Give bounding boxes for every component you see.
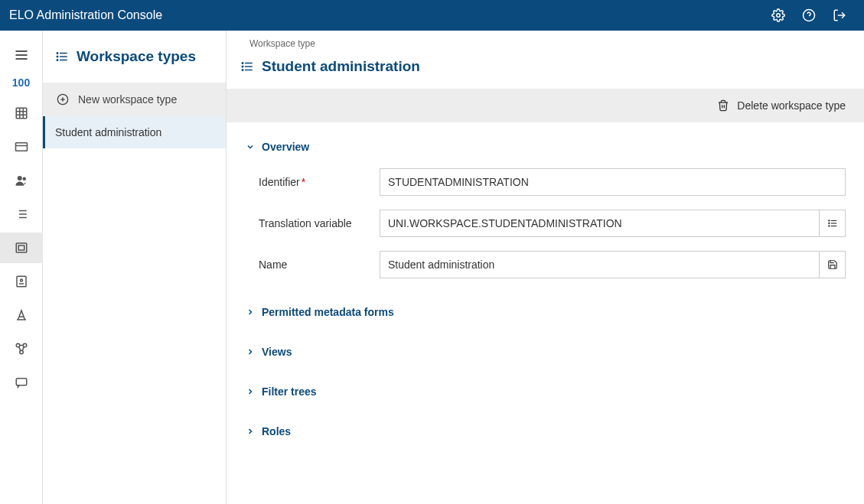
workflow-icon[interactable] [0,333,43,364]
svg-point-29 [16,343,20,347]
sidebar-badge[interactable]: 100 [12,76,30,89]
svg-point-25 [20,279,22,281]
action-bar: Delete workspace type [227,89,864,122]
svg-point-54 [828,220,829,221]
identifier-input[interactable] [380,168,846,196]
svg-point-48 [242,63,243,64]
app-title: ELO Administration Console [9,8,162,22]
translation-picker-button[interactable] [820,210,846,237]
list-panel-title-text: Workspace types [77,48,196,65]
workspace-icon[interactable] [0,232,43,263]
main: 100 Workspace types [0,31,864,504]
table-icon[interactable] [0,98,43,128]
users-icon[interactable] [0,165,43,196]
svg-point-55 [828,223,829,223]
required-mark: * [302,176,305,188]
topbar: ELO Administration Console [0,0,864,31]
chevron-down-icon [245,141,256,152]
svg-point-15 [22,177,26,181]
list-panel-title: Workspace types [43,31,226,83]
section-permitted[interactable]: Permitted metadata forms [245,306,846,318]
identifier-row: Identifier* [245,168,846,196]
chevron-right-icon [245,307,256,317]
list-panel: Workspace types New workspace type Stude… [43,31,227,504]
gear-icon[interactable] [763,0,794,31]
svg-point-49 [242,66,243,67]
topbar-icons [763,0,855,31]
plus-circle-icon [57,93,69,106]
name-row: Name [245,251,846,278]
delete-label: Delete workspace type [737,99,846,112]
icon-sidebar: 100 [0,31,43,504]
svg-point-41 [57,60,58,61]
section-roles[interactable]: Roles [245,425,846,437]
name-input[interactable] [380,251,820,278]
svg-point-14 [17,176,21,180]
svg-point-0 [777,14,781,18]
svg-line-34 [22,346,24,350]
card-icon[interactable] [0,132,43,162]
section-overview-label: Overview [262,141,309,153]
svg-line-33 [18,346,20,350]
identifier-label: Identifier* [259,176,380,188]
section-roles-label: Roles [262,425,291,437]
translation-label: Translation variable [259,217,380,229]
chevron-right-icon [245,346,256,357]
content: Workspace type Student administration De… [227,31,864,504]
new-workspace-button[interactable]: New workspace type [43,83,226,116]
list-title-icon [55,50,69,63]
section-permitted-label: Permitted metadata forms [262,306,394,318]
list-icon[interactable] [0,199,43,229]
save-icon [827,259,838,270]
svg-point-56 [828,226,829,226]
content-title-icon [240,60,254,73]
chevron-right-icon [245,426,256,437]
trash-icon [717,99,729,112]
breadcrumb: Workspace type [227,31,864,49]
section-views[interactable]: Views [245,346,846,358]
translation-input[interactable] [380,210,820,237]
list-item-label: Student administration [55,126,161,138]
svg-point-39 [57,53,58,54]
name-label: Name [259,259,380,271]
list-item[interactable]: Student administration [43,116,226,148]
svg-rect-22 [16,243,27,252]
svg-point-31 [19,350,23,354]
menu-toggle-icon[interactable] [6,40,37,70]
svg-point-30 [23,343,27,347]
svg-rect-7 [16,108,27,119]
chat-icon[interactable] [0,367,43,398]
chevron-right-icon [245,386,256,397]
section-filter-trees-label: Filter trees [262,385,317,398]
content-title: Student administration [227,49,864,89]
svg-point-40 [57,56,58,57]
section-filter-trees[interactable]: Filter trees [245,385,846,398]
font-icon[interactable] [0,300,43,330]
section-overview[interactable]: Overview [245,141,846,153]
list-picker-icon [827,218,838,229]
section-views-label: Views [262,346,292,358]
form-area: Overview Identifier* Translation variabl… [227,122,864,504]
new-workspace-label: New workspace type [78,93,177,106]
translation-row: Translation variable [245,210,846,237]
help-icon[interactable] [794,0,824,31]
delete-button[interactable]: Delete workspace type [717,99,846,112]
svg-rect-23 [18,245,24,250]
form-icon[interactable] [0,266,43,297]
logout-icon[interactable] [824,0,855,31]
content-title-text: Student administration [262,58,420,75]
svg-point-50 [242,70,243,71]
svg-rect-12 [15,143,27,151]
name-save-button[interactable] [820,251,846,278]
svg-rect-35 [16,379,27,385]
